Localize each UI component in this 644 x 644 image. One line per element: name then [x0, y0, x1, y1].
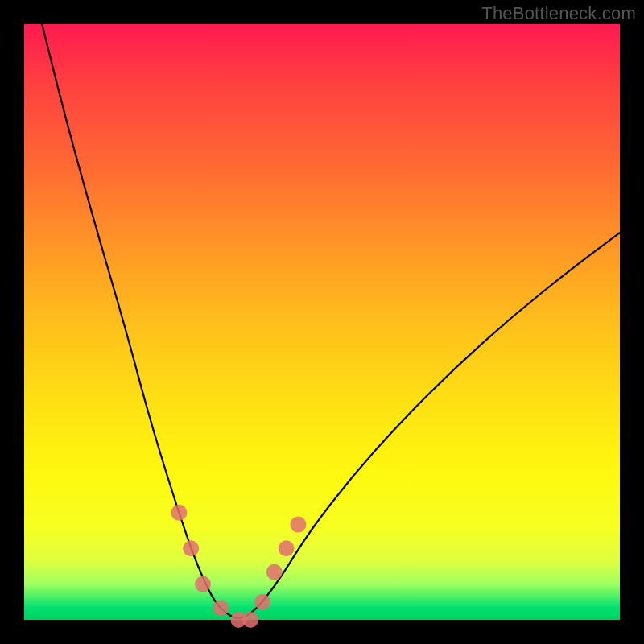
- marker-point: [266, 564, 283, 580]
- marker-point: [242, 612, 258, 628]
- watermark-text: TheBottleneck.com: [481, 3, 636, 24]
- marker-point: [183, 540, 199, 556]
- marker-point: [290, 517, 306, 533]
- marker-point: [195, 576, 211, 592]
- marker-point: [171, 505, 187, 521]
- markers-group: [171, 505, 306, 628]
- marker-point: [254, 594, 270, 610]
- chart-frame: TheBottleneck.com: [0, 0, 644, 644]
- marker-point: [279, 540, 295, 556]
- curve-layer: [24, 24, 620, 620]
- plot-area: [24, 24, 620, 620]
- marker-point: [213, 600, 229, 616]
- bottleneck-curve: [42, 24, 620, 618]
